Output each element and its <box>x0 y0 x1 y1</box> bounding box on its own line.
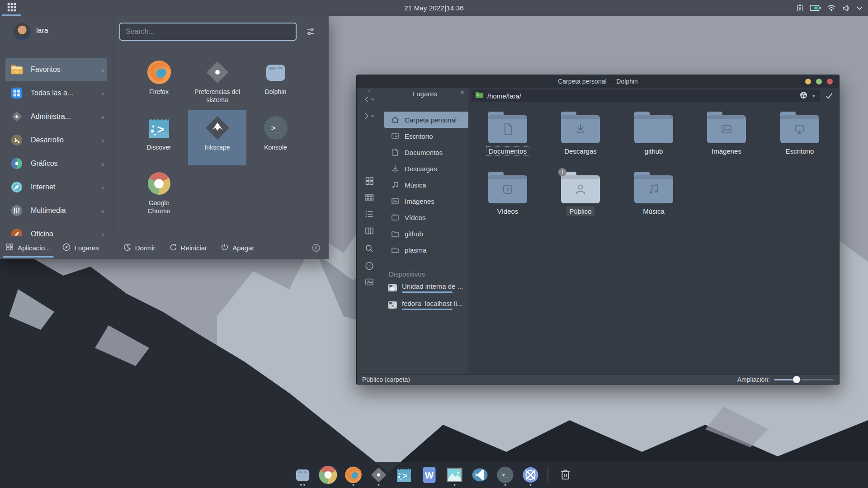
dock-item-firefox[interactable] <box>344 464 363 486</box>
restart-button[interactable]: Reiniciar <box>169 243 207 253</box>
close-button[interactable] <box>827 79 833 84</box>
url-field[interactable]: /home/lara/ ▼ <box>471 89 820 102</box>
dock-item-vscode[interactable] <box>470 464 490 486</box>
place-escritorio[interactable]: Escritorio <box>384 128 468 144</box>
collapse-circle-chevron-icon[interactable] <box>312 244 321 252</box>
category-desarrollo[interactable]: Desarrollo › <box>5 128 107 152</box>
forward-icon[interactable] <box>363 113 375 120</box>
search-input[interactable] <box>119 23 297 41</box>
dock-item-dolphin[interactable] <box>293 464 313 486</box>
close-x-icon[interactable]: ✕ <box>460 89 465 96</box>
file-publico[interactable]: + Público <box>547 171 614 216</box>
category-favoritos[interactable]: ☆ Favoritos › <box>5 58 107 81</box>
loader-pinwheel-icon[interactable] <box>800 91 807 101</box>
category-multimedia[interactable]: Multimedia › <box>5 199 107 222</box>
window-titlebar[interactable]: Carpeta personal — Dolphin <box>357 75 839 88</box>
file-descargas[interactable]: Descargas <box>547 111 614 156</box>
wifi-icon[interactable] <box>827 4 836 12</box>
action-label: Apagar <box>232 244 254 252</box>
battery-icon[interactable] <box>810 4 821 12</box>
place-documentos[interactable]: Documentos <box>384 144 468 160</box>
app-preferencias-del-sistema[interactable]: Preferencias del sistema <box>188 54 246 110</box>
file-github[interactable]: github <box>620 111 688 156</box>
dock-item-system-settings[interactable] <box>369 464 389 486</box>
category-graficos[interactable]: Gráficos › <box>5 152 107 175</box>
dock-item-xorg[interactable] <box>521 464 541 486</box>
details-view-icon[interactable] <box>364 210 374 218</box>
category-internet[interactable]: Internet › <box>5 175 107 199</box>
chevron-down-icon[interactable] <box>857 6 863 10</box>
preview-icon[interactable] <box>364 278 374 286</box>
category-label: Todas las a... <box>31 89 73 97</box>
file-label: Imágenes <box>709 146 744 156</box>
volume-icon[interactable] <box>842 4 851 12</box>
dock-item-writer[interactable]: W <box>420 464 439 486</box>
file-documentos[interactable]: Documentos <box>474 111 542 156</box>
dock-item-gwenview[interactable]: ★ <box>445 464 465 486</box>
dropdown-caret-icon[interactable]: ▼ <box>811 94 816 99</box>
place-plasma[interactable]: plasma <box>384 242 468 258</box>
dock-item-konsole[interactable]: >_ <box>495 464 515 486</box>
running-indicator <box>300 484 305 486</box>
category-todas-las-aplicaciones[interactable]: Todas las a... › <box>5 81 107 105</box>
device-usage-bar <box>402 309 453 310</box>
device-label: Unidad interna de ... <box>402 282 463 290</box>
gwenview-icon: ★ <box>445 465 464 484</box>
plus-badge-icon[interactable]: + <box>558 168 566 176</box>
checkmark-icon[interactable] <box>823 90 835 102</box>
file-escritorio[interactable]: Escritorio <box>766 111 834 156</box>
app-inkscape[interactable]: Inkscape <box>188 110 246 165</box>
grid-view-icon[interactable] <box>364 176 374 186</box>
tab-aplicaciones[interactable]: Aplicacio... <box>0 236 57 259</box>
favorites-folder-icon: ☆ <box>10 63 24 76</box>
dock-item-discover[interactable]: > <box>394 464 414 486</box>
device-unidad-interna[interactable]: Unidad interna de ... <box>382 282 468 299</box>
dock-item-chrome[interactable] <box>318 464 338 486</box>
running-indicator <box>353 484 354 486</box>
inkscape-icon <box>204 114 231 141</box>
zoom-slider[interactable] <box>774 376 834 383</box>
apps-grid-icon <box>6 243 14 252</box>
file-imagenes[interactable]: Imágenes <box>693 111 760 156</box>
device-label: fedora_localhost-li... <box>402 300 462 307</box>
dock-item-trash[interactable] <box>556 464 576 486</box>
app-google-chrome[interactable]: Google Chrome <box>130 165 188 221</box>
back-icon[interactable] <box>363 96 375 103</box>
video-icon <box>391 213 400 222</box>
shutdown-button[interactable]: Apagar <box>221 243 254 253</box>
digital-clock[interactable]: 21 May 2022|14:36 <box>0 4 868 12</box>
clipboard-icon[interactable] <box>796 4 804 12</box>
category-administracion[interactable]: Administra... › <box>5 105 107 128</box>
tab-lugares[interactable]: Lugares <box>57 236 105 259</box>
app-dolphin[interactable]: Dolphin <box>246 54 305 110</box>
devices-header: Dispositivos <box>389 270 468 278</box>
place-descargas[interactable]: Descargas <box>384 160 468 177</box>
user-avatar[interactable] <box>14 23 31 40</box>
app-konsole[interactable]: >_ Konsole <box>246 110 305 165</box>
place-musica[interactable]: Música <box>384 177 468 193</box>
minimize-button[interactable] <box>805 79 811 84</box>
dolphin-statusbar: Público (carpeta) Ampliación: <box>357 374 839 384</box>
zoom-slider-thumb[interactable] <box>793 376 800 383</box>
system-settings-icon <box>204 59 231 86</box>
search-icon[interactable] <box>365 244 374 253</box>
device-fedora-localhost[interactable]: ⌘ fedora_localhost-li... <box>382 299 468 316</box>
compact-view-icon[interactable] <box>364 193 374 202</box>
file-musica[interactable]: Música <box>620 171 688 216</box>
place-imagenes[interactable]: Imágenes <box>384 193 468 209</box>
place-videos[interactable]: Vídeos <box>384 209 468 225</box>
zoom-slider-track <box>797 379 834 380</box>
file-videos[interactable]: Vídeos <box>474 171 542 216</box>
columns-view-icon[interactable] <box>364 227 374 235</box>
category-oficina[interactable]: Oficina › <box>5 222 107 236</box>
place-carpeta-personal[interactable]: Carpeta personal <box>384 112 468 128</box>
sleep-button[interactable]: zz Dormir <box>123 243 156 253</box>
app-firefox[interactable]: Firefox <box>130 54 188 110</box>
chevron-right-icon: › <box>102 207 104 215</box>
app-discover[interactable]: > Discover <box>130 110 188 165</box>
more-options-icon[interactable] <box>364 261 374 271</box>
place-label: github <box>405 230 423 238</box>
place-github[interactable]: github <box>384 225 468 242</box>
sliders-icon[interactable] <box>306 27 316 38</box>
maximize-button[interactable] <box>816 79 822 84</box>
